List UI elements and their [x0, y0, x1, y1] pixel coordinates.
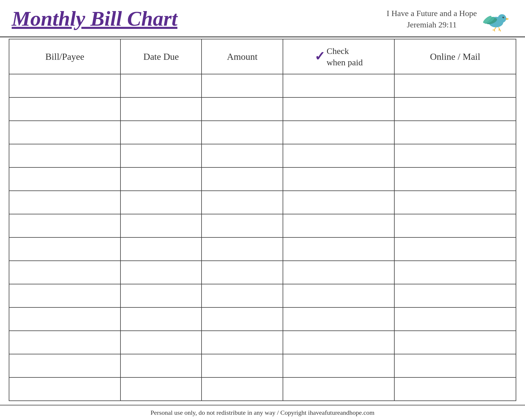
table-cell: [9, 121, 120, 144]
table-cell: [9, 377, 120, 401]
table-cell: [283, 214, 394, 237]
table-cell: [394, 377, 516, 401]
table-cell: [394, 307, 516, 331]
table-cell: [202, 237, 283, 261]
table-cell: [283, 354, 394, 377]
table-cell: [120, 331, 202, 354]
table-row: [9, 377, 516, 401]
table-cell: [283, 121, 394, 144]
table-cell: [120, 284, 202, 307]
table-cell: [394, 261, 516, 284]
table-cell: [9, 261, 120, 284]
table-cell: [9, 354, 120, 377]
table-row: [9, 214, 516, 237]
tagline: I Have a Future and a Hope Jeremiah 29:1…: [387, 8, 477, 30]
table-cell: [202, 261, 283, 284]
table-cell: [283, 237, 394, 261]
table-cell: [202, 191, 283, 214]
table-row: [9, 237, 516, 261]
check-when-paid-text: Checkwhen paid: [327, 45, 363, 68]
table-cell: [394, 191, 516, 214]
checkmark-icon: ✓: [314, 50, 325, 63]
table-row: [9, 191, 516, 214]
col-header-bill-payee: Bill/Payee: [9, 39, 120, 74]
table-row: [9, 144, 516, 167]
table-cell: [120, 307, 202, 331]
table-cell: [120, 121, 202, 144]
table-cell: [283, 167, 394, 191]
col-header-check-when-paid: ✓ Checkwhen paid: [283, 39, 394, 74]
svg-line-13: [500, 30, 501, 32]
svg-point-1: [498, 14, 506, 23]
table-cell: [120, 237, 202, 261]
svg-point-4: [503, 17, 504, 18]
table-cell: [283, 97, 394, 121]
table-cell: [283, 191, 394, 214]
table-cell: [394, 237, 516, 261]
bill-chart-table: Bill/Payee Date Due Amount ✓ Checkwhen p…: [9, 39, 516, 401]
table-row: [9, 284, 516, 307]
table-cell: [202, 167, 283, 191]
table-cell: [9, 237, 120, 261]
table-cell: [120, 167, 202, 191]
table-cell: [9, 191, 120, 214]
table-body: [9, 74, 516, 401]
footer: Personal use only, do not redistribute i…: [0, 405, 525, 420]
table-cell: [283, 331, 394, 354]
table-wrapper: Bill/Payee Date Due Amount ✓ Checkwhen p…: [0, 39, 525, 405]
header-right: I Have a Future and a Hope Jeremiah 29:1…: [387, 6, 513, 32]
table-cell: [9, 331, 120, 354]
table-cell: [120, 144, 202, 167]
table-cell: [9, 214, 120, 237]
table-cell: [283, 144, 394, 167]
table-row: [9, 307, 516, 331]
table-cell: [202, 97, 283, 121]
table-cell: [9, 307, 120, 331]
table-cell: [202, 284, 283, 307]
col-header-amount: Amount: [202, 39, 283, 74]
table-cell: [9, 74, 120, 97]
table-cell: [9, 284, 120, 307]
table-cell: [120, 354, 202, 377]
table-cell: [120, 377, 202, 401]
check-header-content: ✓ Checkwhen paid: [283, 45, 394, 68]
page-title: Monthly Bill Chart: [12, 7, 177, 30]
table-cell: [394, 167, 516, 191]
table-header-row: Bill/Payee Date Due Amount ✓ Checkwhen p…: [9, 39, 516, 74]
svg-line-11: [494, 30, 495, 32]
table-cell: [202, 377, 283, 401]
table-cell: [9, 144, 120, 167]
col-header-date-due: Date Due: [120, 39, 202, 74]
table-cell: [120, 214, 202, 237]
table-cell: [120, 74, 202, 97]
table-cell: [283, 74, 394, 97]
table-cell: [202, 74, 283, 97]
table-cell: [202, 354, 283, 377]
table-cell: [394, 97, 516, 121]
table-row: [9, 97, 516, 121]
page-header: Monthly Bill Chart I Have a Future and a…: [0, 0, 525, 35]
table-cell: [120, 191, 202, 214]
table-cell: [394, 74, 516, 97]
table-row: [9, 354, 516, 377]
table-cell: [202, 214, 283, 237]
table-cell: [202, 331, 283, 354]
bird-icon: [481, 6, 513, 32]
table-cell: [394, 331, 516, 354]
table-cell: [202, 121, 283, 144]
table-cell: [394, 144, 516, 167]
table-row: [9, 167, 516, 191]
table-cell: [394, 354, 516, 377]
table-cell: [9, 97, 120, 121]
table-cell: [202, 307, 283, 331]
table-row: [9, 331, 516, 354]
table-cell: [394, 121, 516, 144]
table-cell: [202, 144, 283, 167]
table-row: [9, 121, 516, 144]
table-row: [9, 74, 516, 97]
svg-point-3: [503, 17, 504, 18]
table-row: [9, 261, 516, 284]
table-cell: [394, 284, 516, 307]
table-cell: [283, 307, 394, 331]
table-cell: [9, 167, 120, 191]
